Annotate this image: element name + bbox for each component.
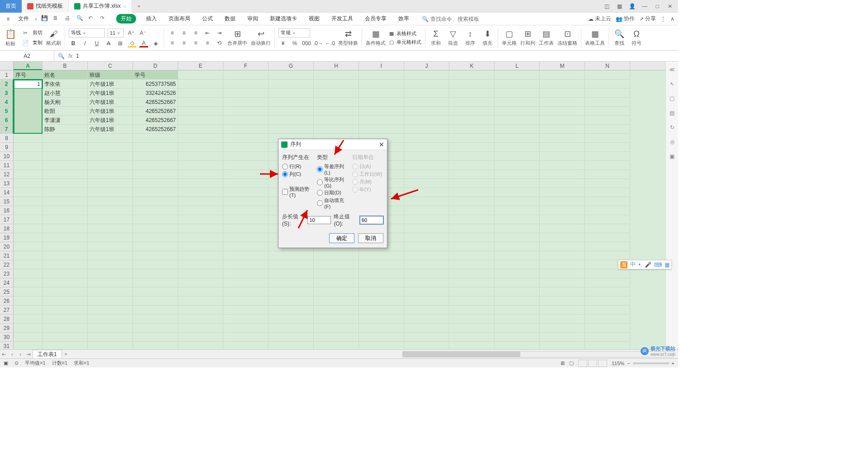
cell[interactable] [223,251,269,260]
cell[interactable] [449,179,495,188]
cell[interactable] [449,324,495,333]
cell[interactable] [223,179,269,188]
cell[interactable] [178,188,223,197]
col-header-G[interactable]: G [269,61,314,70]
cell[interactable] [314,107,359,116]
row-header[interactable]: 14 [0,188,14,197]
cell[interactable] [223,333,269,342]
cell[interactable] [404,116,449,125]
cell[interactable] [495,80,540,89]
radio-row[interactable]: 行(R) [282,163,313,170]
cell[interactable] [495,134,540,143]
cell[interactable] [42,170,88,179]
sum-button[interactable]: Σ求和 [429,26,443,50]
cell[interactable]: 欧阳 [42,107,88,116]
cell[interactable] [14,188,42,197]
mode-icon[interactable]: ▣ [4,360,8,366]
cancel-button[interactable]: 取消 [358,233,383,243]
select-icon[interactable]: ↖ [668,80,677,89]
cell[interactable] [314,98,359,107]
align-center[interactable]: ≡ [179,39,189,47]
cell[interactable] [404,269,449,278]
cell[interactable] [449,98,495,107]
row-header[interactable]: 4 [0,98,14,107]
cell[interactable] [449,161,495,170]
cell[interactable] [585,269,630,278]
row-header[interactable]: 5 [0,107,14,116]
radio-col[interactable]: 列(C) [282,171,313,178]
cell[interactable] [133,233,178,242]
ok-button[interactable]: 确定 [329,233,354,243]
cell[interactable] [495,224,540,233]
style-panel-icon[interactable]: ▢ [668,94,677,103]
cell[interactable] [223,70,269,80]
cell[interactable] [314,116,359,125]
cell[interactable] [133,134,178,143]
doc-tab-1[interactable]: 找纸壳模板 [22,0,69,13]
col-header-I[interactable]: I [359,61,404,70]
cell[interactable] [540,287,585,296]
dec-dec[interactable]: ←.0 [326,39,335,47]
cell[interactable] [495,70,540,80]
cell[interactable] [133,152,178,161]
cell[interactable] [133,206,178,215]
cell[interactable] [178,143,223,152]
tab-custom[interactable]: 新建选项卡 [268,14,299,24]
row-header[interactable]: 15 [0,197,14,206]
cell[interactable] [495,179,540,188]
cell[interactable] [223,215,269,224]
last-sheet[interactable]: ⇥ [24,351,33,357]
cell[interactable] [314,333,359,342]
cell[interactable] [178,80,223,89]
ime-skin[interactable]: ▦ [665,262,670,268]
number-format-select[interactable]: 常规∨ [278,28,310,38]
cell[interactable] [540,170,585,179]
tab-dev[interactable]: 开发工具 [330,14,355,24]
cell[interactable] [269,89,314,98]
cell[interactable] [14,125,42,134]
cell[interactable] [14,251,42,260]
cell[interactable] [404,188,449,197]
cell[interactable] [449,215,495,224]
cell[interactable] [178,134,223,143]
cell[interactable] [314,278,359,287]
cell[interactable] [495,251,540,260]
cell[interactable] [88,269,133,278]
name-box[interactable]: A2 [0,51,54,61]
cell[interactable] [269,80,314,89]
cell[interactable] [404,342,449,349]
tab-layout[interactable]: 页面布局 [167,14,192,24]
cloud-status[interactable]: ☁未上云 [588,15,611,23]
radio-geom[interactable]: 等比序列(G) [317,176,348,188]
cell[interactable] [449,260,495,269]
radio-arith[interactable]: 等差序列(L) [317,163,348,175]
cell[interactable] [404,296,449,306]
align-justify[interactable]: ≡ [203,39,212,47]
indent-inc[interactable]: ⇥ [215,29,224,37]
fill-color-button[interactable]: ◇ [127,39,137,47]
cell[interactable] [133,315,178,324]
percent-button[interactable]: % [290,39,299,47]
cell[interactable] [359,80,404,89]
cell[interactable] [404,333,449,342]
cell[interactable] [495,215,540,224]
cell[interactable] [449,80,495,89]
cell[interactable] [223,242,269,251]
cell[interactable] [178,98,223,107]
wrap-button[interactable]: ↩自动换行 [251,26,271,50]
cell[interactable] [585,333,630,342]
col-header-J[interactable]: J [404,61,449,70]
cell[interactable] [14,324,42,333]
cell[interactable] [314,269,359,278]
cell[interactable] [359,278,404,287]
cell[interactable] [269,342,314,349]
cell[interactable] [269,98,314,107]
row-header[interactable]: 13 [0,179,14,188]
cell[interactable] [449,306,495,315]
cell[interactable] [404,89,449,98]
increase-font[interactable]: A⁺ [127,29,136,37]
align-top[interactable]: ≡ [168,29,177,37]
row-header[interactable]: 8 [0,134,14,143]
cell[interactable] [223,134,269,143]
cell[interactable] [42,342,88,349]
